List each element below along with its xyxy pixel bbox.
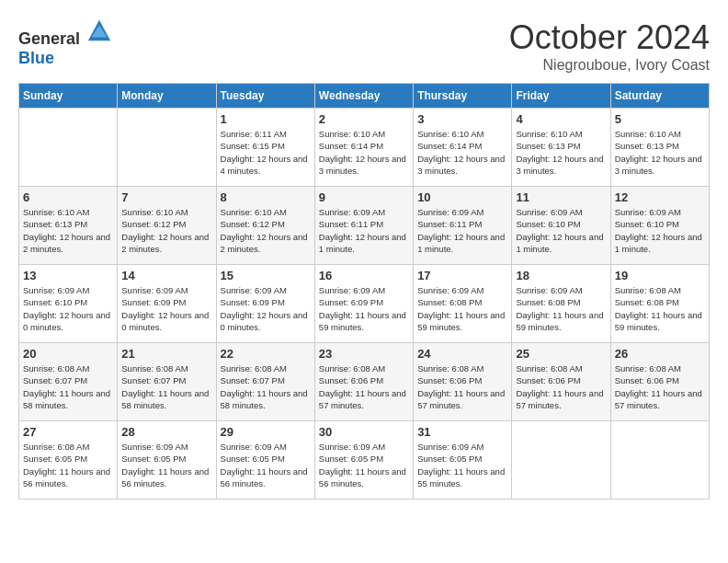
day-number: 9 bbox=[319, 190, 409, 204]
calendar-cell: 16Sunrise: 6:09 AM Sunset: 6:09 PM Dayli… bbox=[314, 265, 413, 343]
calendar-cell: 13Sunrise: 6:09 AM Sunset: 6:10 PM Dayli… bbox=[19, 265, 118, 343]
header-cell-saturday: Saturday bbox=[610, 84, 709, 109]
week-row-4: 20Sunrise: 6:08 AM Sunset: 6:07 PM Dayli… bbox=[19, 343, 710, 421]
calendar-body: 1Sunrise: 6:11 AM Sunset: 6:15 PM Daylig… bbox=[19, 109, 710, 500]
day-info: Sunrise: 6:10 AM Sunset: 6:12 PM Dayligh… bbox=[221, 206, 311, 255]
day-number: 12 bbox=[615, 190, 705, 204]
day-number: 23 bbox=[319, 347, 409, 361]
header-cell-sunday: Sunday bbox=[19, 84, 118, 109]
calendar-cell: 28Sunrise: 6:09 AM Sunset: 6:05 PM Dayli… bbox=[118, 421, 216, 500]
week-row-5: 27Sunrise: 6:08 AM Sunset: 6:05 PM Dayli… bbox=[19, 421, 710, 500]
calendar-cell: 11Sunrise: 6:09 AM Sunset: 6:10 PM Dayli… bbox=[512, 187, 610, 265]
day-info: Sunrise: 6:09 AM Sunset: 6:08 PM Dayligh… bbox=[516, 284, 606, 333]
day-info: Sunrise: 6:08 AM Sunset: 6:07 PM Dayligh… bbox=[23, 362, 113, 411]
day-number: 27 bbox=[23, 425, 113, 439]
day-info: Sunrise: 6:08 AM Sunset: 6:07 PM Dayligh… bbox=[221, 362, 311, 411]
day-info: Sunrise: 6:09 AM Sunset: 6:10 PM Dayligh… bbox=[516, 206, 606, 255]
day-info: Sunrise: 6:09 AM Sunset: 6:09 PM Dayligh… bbox=[221, 284, 311, 333]
day-info: Sunrise: 6:09 AM Sunset: 6:05 PM Dayligh… bbox=[121, 441, 211, 489]
day-info: Sunrise: 6:08 AM Sunset: 6:06 PM Dayligh… bbox=[417, 362, 507, 411]
calendar-cell: 6Sunrise: 6:10 AM Sunset: 6:13 PM Daylig… bbox=[19, 187, 118, 265]
calendar-cell: 5Sunrise: 6:10 AM Sunset: 6:13 PM Daylig… bbox=[610, 109, 709, 187]
location-title: Niegrouboue, Ivory Coast bbox=[509, 57, 710, 74]
calendar-cell: 18Sunrise: 6:09 AM Sunset: 6:08 PM Dayli… bbox=[512, 265, 610, 343]
calendar-cell: 17Sunrise: 6:09 AM Sunset: 6:08 PM Dayli… bbox=[414, 265, 512, 343]
day-info: Sunrise: 6:09 AM Sunset: 6:08 PM Dayligh… bbox=[417, 284, 507, 333]
day-info: Sunrise: 6:09 AM Sunset: 6:05 PM Dayligh… bbox=[319, 441, 409, 489]
day-number: 18 bbox=[516, 269, 606, 282]
day-number: 22 bbox=[221, 347, 311, 361]
week-row-2: 6Sunrise: 6:10 AM Sunset: 6:13 PM Daylig… bbox=[19, 187, 710, 265]
day-info: Sunrise: 6:08 AM Sunset: 6:06 PM Dayligh… bbox=[516, 362, 606, 411]
day-number: 20 bbox=[23, 347, 113, 361]
calendar-cell: 14Sunrise: 6:09 AM Sunset: 6:09 PM Dayli… bbox=[118, 265, 216, 343]
day-info: Sunrise: 6:10 AM Sunset: 6:14 PM Dayligh… bbox=[417, 128, 507, 177]
day-number: 29 bbox=[221, 425, 311, 439]
day-number: 19 bbox=[615, 269, 705, 282]
day-number: 17 bbox=[417, 269, 507, 282]
day-number: 30 bbox=[319, 425, 409, 439]
header-cell-thursday: Thursday bbox=[414, 84, 512, 109]
calendar-cell: 30Sunrise: 6:09 AM Sunset: 6:05 PM Dayli… bbox=[314, 421, 413, 500]
logo-icon bbox=[86, 18, 112, 44]
day-info: Sunrise: 6:09 AM Sunset: 6:05 PM Dayligh… bbox=[221, 441, 311, 489]
calendar-cell: 31Sunrise: 6:09 AM Sunset: 6:05 PM Dayli… bbox=[414, 421, 512, 500]
day-info: Sunrise: 6:11 AM Sunset: 6:15 PM Dayligh… bbox=[221, 128, 311, 177]
day-number: 10 bbox=[417, 190, 507, 204]
calendar-cell: 25Sunrise: 6:08 AM Sunset: 6:06 PM Dayli… bbox=[512, 343, 610, 421]
day-number: 16 bbox=[319, 269, 409, 282]
day-number: 15 bbox=[221, 269, 311, 282]
day-info: Sunrise: 6:09 AM Sunset: 6:05 PM Dayligh… bbox=[417, 441, 507, 489]
calendar-cell bbox=[512, 421, 610, 500]
day-info: Sunrise: 6:10 AM Sunset: 6:13 PM Dayligh… bbox=[23, 206, 113, 255]
month-title: October 2024 bbox=[509, 18, 710, 57]
calendar-cell: 9Sunrise: 6:09 AM Sunset: 6:11 PM Daylig… bbox=[314, 187, 413, 265]
day-number: 25 bbox=[516, 347, 606, 361]
calendar-cell: 20Sunrise: 6:08 AM Sunset: 6:07 PM Dayli… bbox=[19, 343, 118, 421]
calendar-cell: 2Sunrise: 6:10 AM Sunset: 6:14 PM Daylig… bbox=[314, 109, 413, 187]
calendar-cell: 7Sunrise: 6:10 AM Sunset: 6:12 PM Daylig… bbox=[118, 187, 216, 265]
calendar-cell bbox=[610, 421, 709, 500]
title-section: October 2024 Niegrouboue, Ivory Coast bbox=[509, 18, 710, 74]
header-cell-wednesday: Wednesday bbox=[314, 84, 413, 109]
calendar-cell: 27Sunrise: 6:08 AM Sunset: 6:05 PM Dayli… bbox=[19, 421, 118, 500]
calendar-cell: 8Sunrise: 6:10 AM Sunset: 6:12 PM Daylig… bbox=[216, 187, 314, 265]
logo-blue: Blue bbox=[18, 49, 54, 67]
day-info: Sunrise: 6:08 AM Sunset: 6:06 PM Dayligh… bbox=[615, 362, 705, 411]
day-number: 4 bbox=[516, 112, 606, 126]
day-number: 21 bbox=[121, 347, 211, 361]
day-number: 31 bbox=[417, 425, 507, 439]
calendar-cell: 4Sunrise: 6:10 AM Sunset: 6:13 PM Daylig… bbox=[512, 109, 610, 187]
calendar-cell: 22Sunrise: 6:08 AM Sunset: 6:07 PM Dayli… bbox=[216, 343, 314, 421]
header-cell-monday: Monday bbox=[118, 84, 216, 109]
day-number: 11 bbox=[516, 190, 606, 204]
calendar-cell: 1Sunrise: 6:11 AM Sunset: 6:15 PM Daylig… bbox=[216, 109, 314, 187]
day-info: Sunrise: 6:09 AM Sunset: 6:11 PM Dayligh… bbox=[417, 206, 507, 255]
day-number: 7 bbox=[121, 190, 211, 204]
calendar-cell: 12Sunrise: 6:09 AM Sunset: 6:10 PM Dayli… bbox=[610, 187, 709, 265]
calendar-cell: 15Sunrise: 6:09 AM Sunset: 6:09 PM Dayli… bbox=[216, 265, 314, 343]
logo-text: General Blue bbox=[18, 18, 112, 68]
day-info: Sunrise: 6:09 AM Sunset: 6:09 PM Dayligh… bbox=[121, 284, 211, 333]
page-header: General Blue October 2024 Niegrouboue, I… bbox=[18, 18, 710, 74]
header-row: SundayMondayTuesdayWednesdayThursdayFrid… bbox=[19, 84, 710, 109]
day-info: Sunrise: 6:08 AM Sunset: 6:07 PM Dayligh… bbox=[121, 362, 211, 411]
header-cell-tuesday: Tuesday bbox=[216, 84, 314, 109]
calendar-cell: 26Sunrise: 6:08 AM Sunset: 6:06 PM Dayli… bbox=[610, 343, 709, 421]
calendar-cell: 10Sunrise: 6:09 AM Sunset: 6:11 PM Dayli… bbox=[414, 187, 512, 265]
calendar-cell: 21Sunrise: 6:08 AM Sunset: 6:07 PM Dayli… bbox=[118, 343, 216, 421]
calendar-cell: 3Sunrise: 6:10 AM Sunset: 6:14 PM Daylig… bbox=[414, 109, 512, 187]
calendar-cell: 24Sunrise: 6:08 AM Sunset: 6:06 PM Dayli… bbox=[414, 343, 512, 421]
header-cell-friday: Friday bbox=[512, 84, 610, 109]
day-info: Sunrise: 6:10 AM Sunset: 6:13 PM Dayligh… bbox=[516, 128, 606, 177]
calendar-cell: 29Sunrise: 6:09 AM Sunset: 6:05 PM Dayli… bbox=[216, 421, 314, 500]
day-info: Sunrise: 6:08 AM Sunset: 6:06 PM Dayligh… bbox=[319, 362, 409, 411]
week-row-1: 1Sunrise: 6:11 AM Sunset: 6:15 PM Daylig… bbox=[19, 109, 710, 187]
calendar-cell bbox=[19, 109, 118, 187]
day-info: Sunrise: 6:10 AM Sunset: 6:14 PM Dayligh… bbox=[319, 128, 409, 177]
day-info: Sunrise: 6:09 AM Sunset: 6:10 PM Dayligh… bbox=[615, 206, 705, 255]
day-number: 1 bbox=[221, 112, 311, 126]
day-info: Sunrise: 6:08 AM Sunset: 6:05 PM Dayligh… bbox=[23, 441, 113, 489]
day-number: 8 bbox=[221, 190, 311, 204]
calendar-header: SundayMondayTuesdayWednesdayThursdayFrid… bbox=[19, 84, 710, 109]
